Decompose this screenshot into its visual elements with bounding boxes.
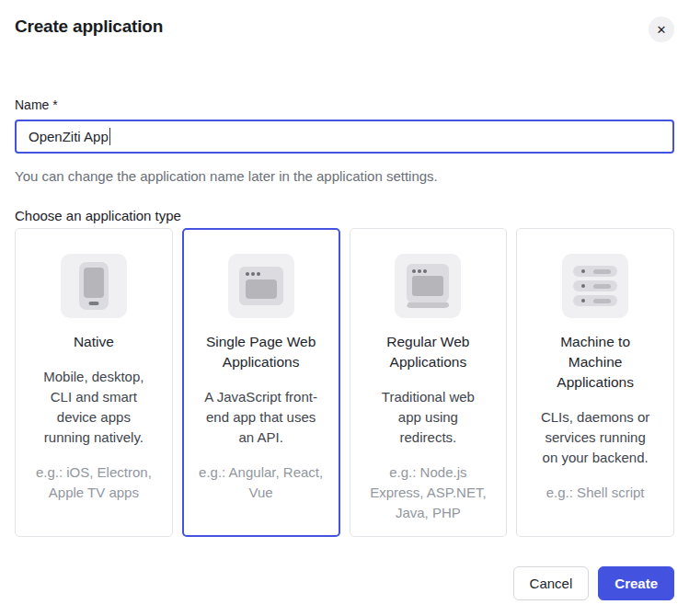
card-title: Single Page Web Applications <box>203 332 319 372</box>
card-examples: e.g.: Angular, React, Vue <box>196 462 327 503</box>
close-icon: ✕ <box>657 23 667 37</box>
mobile-phone-icon <box>61 254 127 318</box>
application-type-cards: Native Mobile, desktop, CLI and smart de… <box>15 228 674 537</box>
dialog-header: Create application ✕ <box>15 0 674 42</box>
text-cursor <box>109 128 111 145</box>
card-title: Native <box>74 332 114 352</box>
dialog-title: Create application <box>15 17 163 37</box>
name-input[interactable]: OpenZiti App <box>15 120 674 154</box>
close-button[interactable]: ✕ <box>649 17 674 42</box>
card-machine-to-machine[interactable]: Machine to Machine Applications CLIs, da… <box>516 228 674 537</box>
card-regular-web[interactable]: Regular Web Applications Traditional web… <box>350 228 508 537</box>
name-input-value: OpenZiti App <box>29 129 109 144</box>
card-title: Regular Web Applications <box>370 332 486 372</box>
card-examples: e.g.: iOS, Electron, Apple TV apps <box>29 462 159 503</box>
card-examples: e.g.: Node.js Express, ASP.NET, Java, PH… <box>362 462 493 523</box>
card-examples: e.g.: Shell script <box>546 483 645 503</box>
card-description: A JavaScript front-end app that uses an … <box>201 387 321 448</box>
web-server-window-icon <box>395 254 461 318</box>
server-stack-icon <box>562 254 628 318</box>
card-single-page-web[interactable]: Single Page Web Applications A JavaScrip… <box>182 228 340 537</box>
card-description: Mobile, desktop, CLI and smart device ap… <box>34 367 154 448</box>
create-button[interactable]: Create <box>598 566 674 600</box>
card-description: CLIs, daemons or services running on you… <box>538 407 652 468</box>
cancel-button[interactable]: Cancel <box>513 566 590 600</box>
card-title: Machine to Machine Applications <box>537 332 653 393</box>
create-application-dialog: Create application ✕ Name * OpenZiti App… <box>0 0 689 616</box>
browser-window-icon <box>228 254 294 318</box>
name-helper-text: You can change the application name late… <box>15 168 674 184</box>
application-type-label: Choose an application type <box>15 208 674 223</box>
dialog-footer: Cancel Create <box>15 566 674 600</box>
name-label: Name * <box>15 97 674 112</box>
card-description: Traditional web app using redirects. <box>374 387 481 448</box>
card-native[interactable]: Native Mobile, desktop, CLI and smart de… <box>15 228 173 537</box>
